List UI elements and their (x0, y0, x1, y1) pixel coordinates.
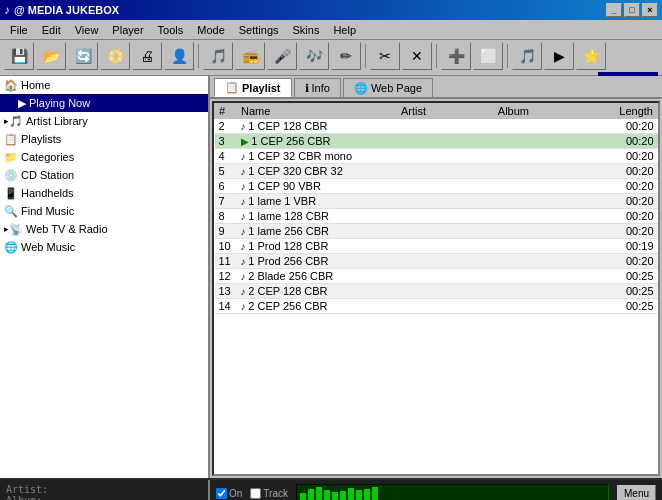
toolbar-btn13[interactable]: ✕ (402, 42, 432, 70)
track-name: ♪ 2 Blade 256 CBR (237, 269, 397, 284)
column-header-length[interactable]: Length (608, 104, 658, 119)
menu-item-file[interactable]: File (4, 23, 34, 37)
toolbar-btn11[interactable]: ✏ (331, 42, 361, 70)
table-row[interactable]: 13♪ 2 CEP 128 CBR00:25 (215, 284, 658, 299)
track-number: 13 (215, 284, 237, 299)
sidebar-item-web-music[interactable]: 🌐Web Music (0, 238, 208, 256)
sidebar-item-handhelds[interactable]: 📱Handhelds (0, 184, 208, 202)
table-row[interactable]: 6♪ 1 CEP 90 VBR00:20 (215, 179, 658, 194)
tab-info[interactable]: ℹ Info (294, 78, 341, 97)
menu-item-tools[interactable]: Tools (152, 23, 190, 37)
table-row[interactable]: 5♪ 1 CEP 320 CBR 3200:20 (215, 164, 658, 179)
table-row[interactable]: 3▶ 1 CEP 256 CBR00:20 (215, 134, 658, 149)
sidebar-item-find-music[interactable]: 🔍Find Music (0, 202, 208, 220)
track-length: 00:25 (608, 299, 658, 314)
table-row[interactable]: 2♪ 1 CEP 128 CBR00:20 (215, 119, 658, 134)
sidebar-item-home[interactable]: 🏠Home (0, 76, 208, 94)
tab-playlist[interactable]: 📋 Playlist (214, 78, 292, 97)
tab-icon: ℹ (305, 82, 309, 95)
sidebar-icon: 🔍 (4, 205, 18, 218)
tab-icon: 📋 (225, 81, 239, 94)
tab-icon: 🌐 (354, 82, 368, 95)
track-artist (397, 269, 494, 284)
sidebar-item-playlists[interactable]: 📋Playlists (0, 130, 208, 148)
track-name-text: 1 lame 128 CBR (248, 210, 329, 222)
menu-item-edit[interactable]: Edit (36, 23, 67, 37)
table-row[interactable]: 7♪ 1 lame 1 VBR00:20 (215, 194, 658, 209)
eq-display-bar (340, 491, 346, 500)
tab-web-page[interactable]: 🌐 Web Page (343, 78, 433, 97)
track-album (493, 239, 607, 254)
sidebar-icon: 🌐 (4, 241, 18, 254)
menu-item-mode[interactable]: Mode (191, 23, 231, 37)
track-length: 00:25 (608, 269, 658, 284)
table-row[interactable]: 12♪ 2 Blade 256 CBR00:25 (215, 269, 658, 284)
toolbar-btn6[interactable]: 👤 (164, 42, 194, 70)
track-name: ♪ 1 lame 1 VBR (237, 194, 397, 209)
track-number: 6 (215, 179, 237, 194)
maximize-button[interactable]: □ (624, 3, 640, 17)
eq-display-bar (332, 492, 338, 500)
eq-track-checkbox[interactable] (250, 488, 261, 499)
track-name-text: 2 CEP 128 CBR (248, 285, 327, 297)
table-row[interactable]: 14♪ 2 CEP 256 CBR00:25 (215, 299, 658, 314)
sidebar-item-label: CD Station (21, 169, 74, 181)
column-header-artist[interactable]: Artist (397, 104, 494, 119)
track-album (493, 299, 607, 314)
track-artist (397, 239, 494, 254)
toolbar-btn3[interactable]: 🔄 (68, 42, 98, 70)
track-name-text: 1 Prod 128 CBR (248, 240, 328, 252)
album-label: Album: (6, 495, 42, 500)
track-artist (397, 209, 494, 224)
table-row[interactable]: 8♪ 1 lame 128 CBR00:20 (215, 209, 658, 224)
track-name: ♪ 1 Prod 256 CBR (237, 254, 397, 269)
table-row[interactable]: 4♪ 1 CEP 32 CBR mono00:20 (215, 149, 658, 164)
toolbar-btn8[interactable]: 📻 (235, 42, 265, 70)
table-row[interactable]: 9♪ 1 lame 256 CBR00:20 (215, 224, 658, 239)
toolbar-btn7[interactable]: 🎵 (203, 42, 233, 70)
eq-display-bar (324, 490, 330, 500)
sidebar-item-categories[interactable]: 📁Categories (0, 148, 208, 166)
toolbar-btn9[interactable]: 🎤 (267, 42, 297, 70)
minimize-button[interactable]: _ (606, 3, 622, 17)
sidebar-item-cd-station[interactable]: 💿CD Station (0, 166, 208, 184)
eq-display-bar (316, 487, 322, 500)
toolbar-btn16[interactable]: 🎵 (512, 42, 542, 70)
toolbar-save-btn[interactable]: 💾 (4, 42, 34, 70)
track-length: 00:20 (608, 224, 658, 239)
toolbar-btn12[interactable]: ✂ (370, 42, 400, 70)
sidebar-icon: ▶ (18, 97, 26, 110)
sidebar-item-playing-now[interactable]: ▶Playing Now (0, 94, 208, 112)
toolbar-btn5[interactable]: 🖨 (132, 42, 162, 70)
sidebar-item-label: Web TV & Radio (26, 223, 108, 235)
menu-item-skins[interactable]: Skins (287, 23, 326, 37)
toolbar-btn17[interactable]: ▶ (544, 42, 574, 70)
toolbar-btn10[interactable]: 🎶 (299, 42, 329, 70)
column-header-name[interactable]: Name (237, 104, 397, 119)
table-row[interactable]: 11♪ 1 Prod 256 CBR00:20 (215, 254, 658, 269)
menu-item-player[interactable]: Player (106, 23, 149, 37)
table-row[interactable]: 10♪ 1 Prod 128 CBR00:19 (215, 239, 658, 254)
toolbar-btn14[interactable]: ➕ (441, 42, 471, 70)
sidebar-icon: 🎵 (9, 115, 23, 128)
toolbar-btn4[interactable]: 📀 (100, 42, 130, 70)
menu-item-settings[interactable]: Settings (233, 23, 285, 37)
column-header-#[interactable]: # (215, 104, 237, 119)
track-name-text: 2 CEP 256 CBR (248, 300, 327, 312)
track-name: ♪ 2 CEP 128 CBR (237, 284, 397, 299)
track-list[interactable]: #NameArtistAlbumLength 2♪ 1 CEP 128 CBR0… (212, 101, 660, 476)
artist-label: Artist: (6, 484, 48, 495)
sidebar-item-artist-library[interactable]: ▸ 🎵Artist Library (0, 112, 208, 130)
toolbar-btn18[interactable]: ⭐ (576, 42, 606, 70)
sidebar-item-web-tv-&-radio[interactable]: ▸ 📡Web TV & Radio (0, 220, 208, 238)
toolbar-open-btn[interactable]: 📂 (36, 42, 66, 70)
toolbar-btn15[interactable]: ⬜ (473, 42, 503, 70)
toolbar: 💾 📂 🔄 📀 🖨 👤 🎵 📻 🎤 🎶 ✏ ✂ ✕ ➕ ⬜ 🎵 ▶ ⭐ MEDI… (0, 40, 662, 76)
menu-item-view[interactable]: View (69, 23, 105, 37)
menu-item-help[interactable]: Help (327, 23, 362, 37)
column-header-album[interactable]: Album (493, 104, 607, 119)
eq-on-checkbox[interactable] (216, 488, 227, 499)
eq-menu-button[interactable]: Menu (617, 485, 656, 501)
close-button[interactable]: × (642, 3, 658, 17)
track-album (493, 179, 607, 194)
